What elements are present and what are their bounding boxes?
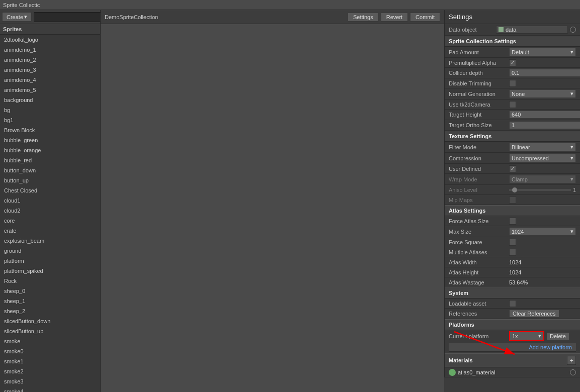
atlas-wastage-value: 53.64% [509,279,576,285]
list-item[interactable]: animdemo_5 [0,85,100,95]
force-atlas-size-checkbox[interactable] [509,218,516,225]
normal-generation-dropdown[interactable]: None ▾ [509,89,576,98]
list-item[interactable]: bubble_green [0,135,100,145]
premultiplied-alpha-row: Premultiplied Alpha [445,58,580,68]
list-item[interactable]: platform [0,256,100,266]
filter-mode-label: Filter Mode [449,144,509,150]
compression-label: Compression [449,155,509,161]
material-circle-icon[interactable] [570,369,576,375]
data-icon [499,27,504,32]
target-ortho-size-input[interactable] [509,121,580,129]
list-item[interactable]: 2dtoolkit_logo [0,35,100,45]
premultiplied-alpha-checkbox[interactable] [509,59,516,66]
list-item[interactable]: bg [0,105,100,115]
max-size-label: Max Size [449,229,509,235]
list-item[interactable]: background [0,95,100,105]
commit-button[interactable]: Commit [410,13,440,22]
settings-button[interactable]: Settings [348,13,379,22]
list-item[interactable]: animdemo_4 [0,75,100,85]
list-item[interactable]: Chest Closed [0,185,100,195]
add-new-platform-button[interactable]: Add new platform [449,343,576,352]
normal-generation-arrow: ▾ [570,90,573,97]
list-item[interactable]: smoke2 [0,366,100,376]
list-item[interactable]: ground [0,246,100,256]
list-item[interactable]: explosion_beam [0,236,100,246]
delete-platform-button[interactable]: Delete [546,332,569,340]
current-platform-dropdown[interactable]: 1x ▾ [509,331,544,341]
aniso-level-track[interactable] [509,189,571,191]
revert-button[interactable]: Revert [381,13,408,22]
list-item[interactable]: smoke0 [0,346,100,356]
compression-dropdown[interactable]: Uncompressed ▾ [509,154,576,162]
list-item[interactable]: smoke1 [0,356,100,366]
target-height-input[interactable] [509,111,580,119]
max-size-dropdown[interactable]: 1024 ▾ [509,227,576,236]
list-item[interactable]: Rock [0,276,100,286]
force-atlas-size-row: Force Atlas Size [445,216,580,226]
list-item[interactable]: bg1 [0,115,100,125]
data-object-label: Data object [449,27,494,33]
list-item[interactable]: slicedButton_up [0,326,100,336]
atlas-height-label: Atlas Height [449,269,509,275]
aniso-level-slider: 1 [509,187,576,193]
list-item[interactable]: sheep_1 [0,296,100,306]
current-platform-arrow: ▾ [538,333,541,339]
list-item[interactable]: button_up [0,175,100,185]
list-item[interactable]: smoke [0,336,100,346]
filter-mode-dropdown[interactable]: Bilinear ▾ [509,143,576,151]
list-item[interactable]: animdemo_1 [0,45,100,55]
atlas-width-label: Atlas Width [449,259,509,265]
list-item[interactable]: Brown Block [0,125,100,135]
canvas-area [101,24,444,392]
list-item[interactable]: core [0,216,100,226]
list-item[interactable]: animdemo_2 [0,55,100,65]
multiple-atlases-row: Multiple Atlases [445,247,580,257]
list-item[interactable]: platform_spiked [0,266,100,276]
user-defined-checkbox[interactable] [509,165,516,172]
mip-maps-row: Mip Maps [445,195,580,205]
data-object-circle-icon[interactable] [570,27,576,33]
list-item[interactable]: cloud1 [0,195,100,206]
wrap-mode-row: Wrap Mode Clamp ▾ [445,174,580,185]
user-defined-row: User Defined [445,164,580,174]
list-item[interactable]: smoke4 [0,386,100,392]
list-item[interactable]: cloud2 [0,206,100,216]
list-item[interactable]: smoke3 [0,376,100,386]
list-item[interactable]: sheep_0 [0,286,100,296]
system-header: System [445,287,580,299]
use-tk2d-camera-checkbox[interactable] [509,101,516,108]
list-item[interactable]: button_down [0,165,100,175]
target-ortho-size-label: Target Ortho Size [449,122,509,128]
disable-trimming-checkbox[interactable] [509,80,516,87]
material-icon [449,369,456,376]
wrap-mode-value: Clamp [512,176,528,182]
pad-amount-dropdown[interactable]: Default ▾ [509,48,576,56]
max-size-row: Max Size 1024 ▾ [445,226,580,237]
atlas-height-value: 1024 [509,269,576,275]
max-size-arrow: ▾ [570,228,573,235]
search-input[interactable] [34,12,108,22]
normal-generation-row: Normal Generation None ▾ [445,88,580,100]
target-ortho-size-row: Target Ortho Size [445,120,580,131]
list-item[interactable]: sheep_2 [0,306,100,316]
force-square-checkbox[interactable] [509,239,516,246]
add-material-button[interactable]: + [567,356,576,365]
wrap-mode-label: Wrap Mode [449,176,509,182]
create-button[interactable]: Create ▾ [2,12,32,22]
loadable-asset-checkbox[interactable] [509,300,516,307]
list-item[interactable]: animdemo_3 [0,65,100,75]
title-text: Sprite Collectic [3,2,40,8]
multiple-atlases-checkbox[interactable] [509,249,516,256]
filter-mode-value: Bilinear [512,144,530,150]
list-item[interactable]: slicedButton_down [0,316,100,326]
collection-name: DemoSpriteCollection [105,14,158,20]
clear-references-button[interactable]: Clear References [509,310,559,318]
mip-maps-checkbox[interactable] [509,197,516,204]
list-item[interactable]: crate [0,226,100,236]
list-item[interactable]: bubble_orange [0,145,100,155]
sprites-list: 2dtoolkit_logoanimdemo_1animdemo_2animde… [0,35,100,392]
collider-depth-input[interactable] [509,69,580,77]
list-item[interactable]: bubble_red [0,155,100,165]
current-platform-label: Current platform [449,333,509,339]
wrap-mode-dropdown[interactable]: Clamp ▾ [509,175,576,183]
